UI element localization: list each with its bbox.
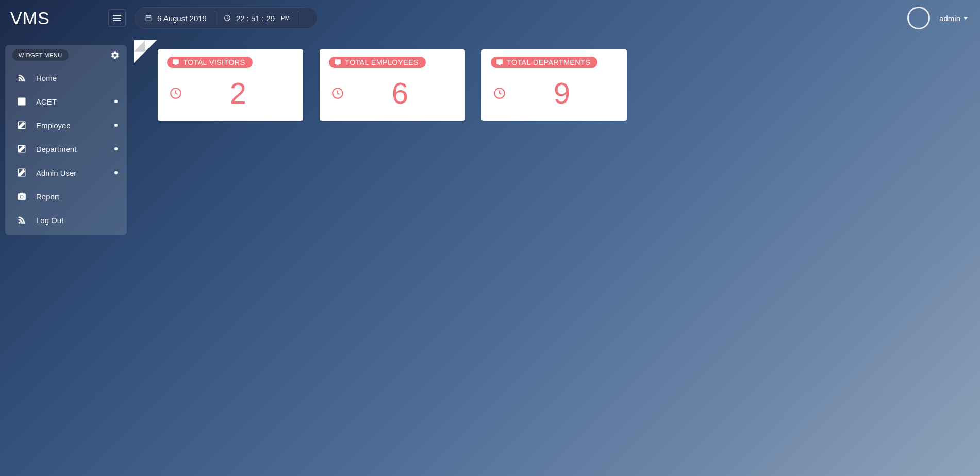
card-title: TOTAL EMPLOYEES	[329, 57, 426, 68]
monitor-icon	[496, 59, 503, 66]
time-chunk: 22 : 51 : 29 PM	[224, 14, 290, 23]
hamburger-icon	[113, 15, 121, 21]
sidebar-title: WIDGET MENU	[12, 49, 69, 61]
card-title: TOTAL DEPARTMENTS	[491, 57, 597, 68]
sidebar-item-home[interactable]: Home	[5, 66, 127, 90]
datetime-pill: 6 August 2019 22 : 51 : 29 PM	[135, 7, 318, 29]
card-title: TOTAL VISITORS	[167, 57, 253, 68]
page-fold-icon	[134, 40, 157, 63]
edit-icon	[16, 97, 27, 106]
rss-icon	[16, 215, 27, 225]
submenu-indicator-icon	[114, 100, 118, 103]
card-total-departments: TOTAL DEPARTMENTS 9	[481, 49, 627, 121]
card-title-text: TOTAL VISITORS	[183, 58, 245, 66]
submenu-indicator-icon	[114, 171, 118, 174]
sidebar-item-label: ACET	[36, 97, 57, 106]
clock-icon	[331, 87, 344, 100]
card-total-visitors: TOTAL VISITORS 2	[158, 49, 303, 121]
user-menu-button[interactable]: admin	[939, 14, 968, 23]
camera-icon	[16, 192, 27, 201]
calendar-icon	[145, 14, 152, 22]
submenu-indicator-icon	[114, 147, 118, 150]
submenu-indicator-icon	[114, 124, 118, 127]
avatar[interactable]	[907, 7, 930, 29]
edit-icon	[16, 121, 27, 130]
clock-icon	[224, 14, 231, 22]
stat-cards: TOTAL VISITORS 2 TOTAL EMPLOYEES 6	[134, 40, 970, 121]
clock-icon	[169, 87, 182, 100]
sidebar-toggle-button[interactable]	[108, 9, 126, 27]
monitor-icon	[172, 59, 179, 66]
edit-icon	[16, 168, 27, 177]
sidebar-item-admin-user[interactable]: Admin User	[5, 161, 127, 184]
topbar: VMS 6 August 2019 22 : 51 : 29 PM admin	[0, 0, 980, 36]
card-value: 9	[506, 78, 618, 108]
card-title-text: TOTAL EMPLOYEES	[345, 58, 419, 66]
card-title-text: TOTAL DEPARTMENTS	[507, 58, 590, 66]
time-suffix: PM	[281, 15, 290, 21]
sidebar-menu: Home ACET Employee Department	[5, 63, 127, 232]
card-total-employees: TOTAL EMPLOYEES 6	[320, 49, 465, 121]
date-chunk: 6 August 2019	[145, 14, 207, 23]
pill-separator	[215, 11, 215, 25]
card-value: 2	[182, 78, 294, 108]
edit-icon	[16, 144, 27, 154]
sidebar-item-employee[interactable]: Employee	[5, 113, 127, 137]
date-text: 6 August 2019	[157, 14, 207, 23]
time-text: 22 : 51 : 29	[236, 14, 275, 23]
sidebar-item-label: Department	[36, 145, 76, 154]
clock-icon	[493, 87, 506, 100]
app-logo: VMS	[10, 8, 108, 28]
sidebar-item-acet[interactable]: ACET	[5, 90, 127, 113]
rss-icon	[16, 73, 27, 82]
card-value: 6	[344, 78, 456, 108]
sidebar-item-label: Employee	[36, 121, 71, 130]
pill-separator-2	[298, 11, 298, 25]
monitor-icon	[334, 59, 341, 66]
gear-icon[interactable]	[110, 50, 120, 60]
sidebar-item-label: Report	[36, 192, 59, 201]
sidebar-item-label: Home	[36, 74, 57, 82]
sidebar-item-label: Admin User	[36, 168, 76, 177]
sidebar-item-department[interactable]: Department	[5, 137, 127, 161]
sidebar-item-label: Log Out	[36, 216, 63, 225]
user-name: admin	[939, 14, 960, 23]
sidebar-item-logout[interactable]: Log Out	[5, 208, 127, 232]
chevron-down-icon	[964, 17, 968, 20]
content-area: TOTAL VISITORS 2 TOTAL EMPLOYEES 6	[134, 40, 970, 121]
user-area: admin	[907, 7, 973, 29]
sidebar: WIDGET MENU Home ACET Employee	[5, 45, 127, 235]
sidebar-item-report[interactable]: Report	[5, 184, 127, 208]
